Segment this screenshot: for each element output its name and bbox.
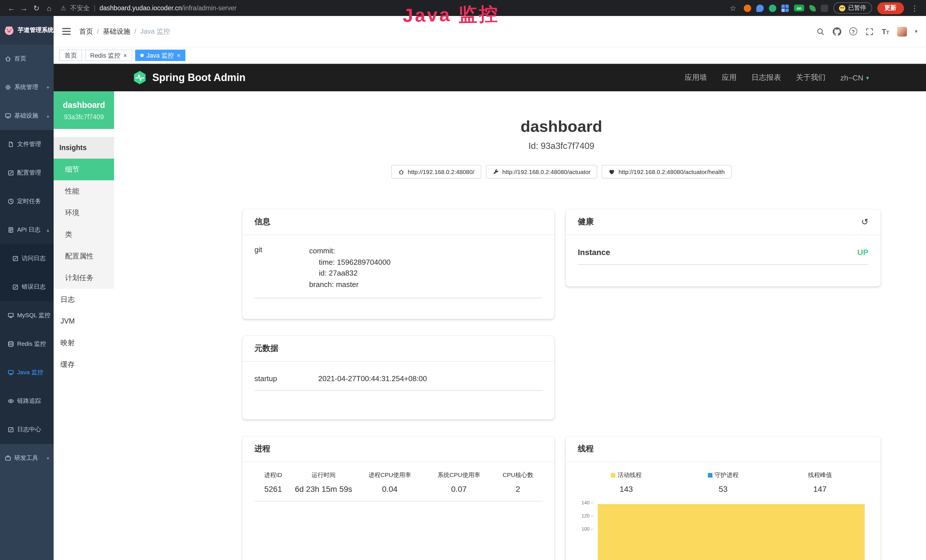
address-bar[interactable]: ⚠ 不安全 | dashboard.yudao.iocoder.cn/infra… bbox=[61, 4, 237, 12]
avatar-caret-icon[interactable]: ▾ bbox=[915, 29, 917, 34]
legend-swatch-icon bbox=[611, 473, 616, 478]
breadcrumb-item-home[interactable]: 首页 bbox=[79, 27, 93, 36]
instance-header[interactable]: dashboard 93a3fc7f7409 bbox=[54, 91, 114, 129]
axis-tick: 100 bbox=[572, 527, 593, 531]
close-icon[interactable]: × bbox=[123, 52, 127, 59]
legend-value: 147 bbox=[772, 484, 869, 493]
browser-forward-icon[interactable]: → bbox=[18, 4, 30, 12]
sba-menu-config-props[interactable]: 配置属性 bbox=[54, 245, 114, 267]
sba-menu-mappings[interactable]: 映射 bbox=[54, 332, 114, 354]
sba-brand[interactable]: Spring Boot Admin bbox=[132, 70, 245, 85]
sidebar-item-file-mgmt[interactable]: 文件管理 bbox=[0, 130, 54, 159]
breadcrumb-separator: / bbox=[134, 27, 136, 35]
sidebar-item-config-mgmt[interactable]: 配置管理 bbox=[0, 159, 54, 187]
sba-nav-journal[interactable]: 日志报表 bbox=[752, 73, 781, 83]
app-logo[interactable]: 芋道管理系统 bbox=[0, 16, 54, 44]
sidebar-toggle-icon[interactable] bbox=[62, 28, 71, 35]
sba-menu-classes[interactable]: 类 bbox=[54, 224, 114, 245]
git-value-line: id: 27aa832 bbox=[309, 268, 391, 279]
breadcrumb-item-infrastructure[interactable]: 基础设施 bbox=[103, 27, 130, 36]
sba-menu-caches[interactable]: 缓存 bbox=[54, 354, 114, 375]
endpoint-link-health[interactable]: http://192.168.0.2:48080/actuator/health bbox=[602, 165, 731, 179]
extension-icon-green-circle[interactable] bbox=[769, 4, 776, 12]
chevron-down-icon: ▾ bbox=[47, 85, 49, 90]
sidebar-item-redis-monitor[interactable]: Redis 监控 bbox=[0, 330, 54, 358]
tick-dash-icon bbox=[591, 503, 593, 504]
axis-tick: 120 bbox=[572, 513, 593, 518]
browser-back-icon[interactable]: ← bbox=[6, 4, 17, 12]
breadcrumb: 首页/基础设施/Java 监控 bbox=[79, 27, 170, 36]
help-icon[interactable]: ? bbox=[849, 27, 857, 35]
endpoint-link-root[interactable]: http://192.168.0.2:48080/ bbox=[391, 165, 481, 179]
chevron-down-icon: ▾ bbox=[47, 456, 49, 461]
sba-nav-wallboard[interactable]: 应用墙 bbox=[685, 73, 707, 83]
app-title: 芋道管理系统 bbox=[18, 26, 54, 34]
process-col-header: 系统CPU使用率 bbox=[424, 471, 493, 479]
sidebar-item-access-logs[interactable]: 访问日志 bbox=[0, 244, 54, 273]
sidebar-item-system-mgmt[interactable]: 系统管理▾ bbox=[0, 73, 54, 101]
process-col-header: 运行时间 bbox=[292, 471, 355, 479]
sba-nav-about[interactable]: 关于我们 bbox=[796, 73, 826, 83]
browser-home-icon[interactable]: ⌂ bbox=[43, 4, 55, 12]
status-badge: UP bbox=[857, 248, 869, 257]
sidebar-item-dev-tools[interactable]: 研发工具▾ bbox=[0, 444, 54, 472]
tab-home[interactable]: 首页 bbox=[59, 50, 82, 61]
sidebar-item-tracing[interactable]: 链路追踪 bbox=[0, 387, 54, 415]
browser-menu-kebab-icon[interactable]: ⋮ bbox=[909, 4, 920, 12]
sidebar-item-scheduled-jobs[interactable]: 定时任务 bbox=[0, 187, 54, 216]
bookmark-star-icon[interactable]: ☆ bbox=[727, 4, 738, 12]
extension-icon-on-badge[interactable]: on bbox=[794, 5, 804, 11]
extension-icon-blue-grid[interactable] bbox=[781, 4, 789, 12]
sidebar-item-home[interactable]: 首页 bbox=[0, 44, 54, 73]
paused-extension-chip[interactable]: 已暂停 bbox=[833, 2, 872, 14]
sba-menu-environment[interactable]: 环境 bbox=[54, 202, 114, 224]
edit-icon bbox=[8, 170, 14, 176]
github-icon[interactable] bbox=[833, 27, 841, 36]
process-col-value: 2 bbox=[493, 484, 542, 493]
sidebar-item-error-logs[interactable]: 错误日志 bbox=[0, 273, 54, 301]
process-col-header: CPU核心数 bbox=[493, 471, 542, 479]
sidebar-item-mysql-monitor[interactable]: MySQL 监控 bbox=[0, 301, 54, 330]
avatar[interactable] bbox=[897, 27, 907, 36]
threads-area-series bbox=[598, 504, 864, 560]
health-row-instance[interactable]: Instance UP bbox=[578, 248, 869, 265]
process-col-header: 进程CPU使用率 bbox=[355, 471, 424, 479]
sidebar-item-log-center[interactable]: 日志中心 bbox=[0, 415, 54, 444]
extension-icon-leaf[interactable] bbox=[809, 5, 816, 11]
tab-java-monitor[interactable]: Java 监控× bbox=[135, 50, 185, 61]
chevron-down-icon: ▾ bbox=[866, 74, 869, 81]
sidebar-item-api-logs[interactable]: API 日志▴ bbox=[0, 216, 54, 244]
sidebar-item-java-monitor[interactable]: Java 监控 bbox=[0, 358, 54, 387]
extensions-puzzle-icon[interactable] bbox=[821, 4, 828, 12]
extension-icon-orange[interactable] bbox=[744, 4, 751, 12]
metadata-row-startup: startup 2021-04-27T00:44:31.254+08:00 bbox=[254, 374, 542, 391]
tab-label: Java 监控 bbox=[146, 51, 174, 60]
sba-menu-jvm[interactable]: JVM bbox=[54, 310, 114, 332]
sidebar-item-infrastructure[interactable]: 基础设施▴ bbox=[0, 101, 54, 130]
url-domain: dashboard.yudao.iocoder.cn bbox=[100, 5, 182, 11]
sidebar-item-label: 错误日志 bbox=[22, 283, 45, 291]
process-col-header: 进程ID bbox=[254, 471, 292, 479]
info-card: 信息 git commit:time: 1596289704000id: 27a… bbox=[242, 209, 554, 319]
locale-selector[interactable]: zh~CN▾ bbox=[840, 73, 869, 82]
endpoint-link-actuator[interactable]: http://192.168.0.2:48080/actuator bbox=[486, 165, 597, 179]
sba-menu-details[interactable]: 细节 bbox=[54, 159, 114, 180]
threads-chart: 140 120 100 bbox=[572, 499, 871, 560]
browser-update-button[interactable]: 更新 bbox=[877, 2, 904, 14]
tab-redis-monitor[interactable]: Redis 监控× bbox=[85, 50, 132, 61]
fullscreen-icon[interactable] bbox=[865, 27, 874, 36]
font-size-icon[interactable]: TT bbox=[882, 27, 889, 36]
sba-menu-scheduled-tasks[interactable]: 计划任务 bbox=[54, 267, 114, 289]
sidebar-item-label: 定时任务 bbox=[17, 197, 41, 206]
page-subtitle: Id: 93a3fc7f7409 bbox=[242, 141, 881, 151]
sba-menu-logs[interactable]: 日志 bbox=[54, 289, 114, 310]
extension-icon-blue-drop[interactable] bbox=[756, 4, 764, 12]
process-table-header: 进程ID运行时间进程CPU使用率系统CPU使用率CPU核心数 bbox=[254, 471, 542, 479]
history-icon[interactable]: ↺ bbox=[861, 217, 869, 227]
close-icon[interactable]: × bbox=[177, 52, 180, 59]
sba-menu-metrics[interactable]: 性能 bbox=[54, 180, 114, 202]
sba-nav-applications[interactable]: 应用 bbox=[722, 73, 737, 83]
browser-reload-icon[interactable]: ↻ bbox=[31, 4, 42, 12]
search-icon[interactable] bbox=[816, 27, 825, 36]
edit-icon bbox=[12, 255, 19, 262]
